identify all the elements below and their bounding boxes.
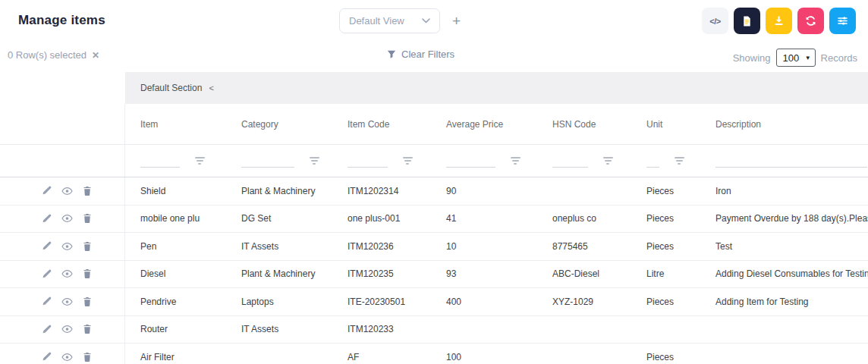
cell-category (226, 344, 332, 364)
delete-button[interactable] (83, 213, 92, 224)
cell-hsn-code: ABC-Diesel (537, 261, 631, 288)
section-band: Default Section < (125, 72, 868, 104)
cell-average-price: 93 (431, 261, 537, 288)
delete-button[interactable] (83, 186, 92, 196)
filter-input-item-code[interactable] (348, 154, 388, 168)
filter-menu-icon[interactable] (511, 155, 520, 166)
edit-button[interactable] (42, 325, 52, 334)
cell-item: Pendrive (125, 288, 226, 315)
filter-input-category[interactable] (241, 154, 294, 168)
cell-category: IT Assets (226, 316, 332, 344)
section-collapse-icon[interactable]: < (209, 83, 213, 93)
page-size-select-wrap: 100 ▼ (776, 49, 816, 67)
cell-unit: Pieces (631, 288, 700, 315)
top-bar: Manage items Default View + </> (0, 0, 868, 42)
cell-item-code: ITE-20230501 (332, 288, 431, 315)
refresh-button[interactable] (797, 8, 824, 34)
cell-category: IT Assets (226, 233, 332, 260)
delete-button[interactable] (83, 268, 92, 279)
page-size-select[interactable]: 100 (777, 50, 815, 65)
column-header-average-price[interactable]: Average Price (431, 104, 537, 144)
table-row: mobile one plu DG Set one plus-001 41 on… (0, 206, 868, 234)
edit-button[interactable] (42, 214, 52, 224)
edit-button[interactable] (42, 186, 52, 196)
download-button[interactable] (766, 8, 792, 34)
view-button[interactable] (61, 325, 73, 334)
filter-input-item[interactable] (140, 154, 180, 168)
filter-cell-average-price (431, 145, 537, 177)
cell-average-price (431, 316, 537, 344)
edit-button[interactable] (42, 297, 52, 306)
delete-button[interactable] (83, 324, 92, 334)
cell-category: DG Set (226, 206, 332, 233)
table-row: Pen IT Assets ITM120236 10 8775465 Piece… (0, 233, 868, 261)
column-header-description[interactable]: Description (700, 104, 868, 144)
filter-menu-icon[interactable] (403, 155, 413, 166)
chevron-down-icon (422, 18, 430, 24)
view-button[interactable] (61, 353, 73, 362)
filter-menu-icon[interactable] (195, 155, 205, 166)
edit-button[interactable] (42, 241, 52, 251)
download-icon (773, 15, 785, 27)
view-button[interactable] (61, 297, 73, 306)
cell-description: Test (700, 233, 868, 260)
filter-cell-description (700, 145, 868, 177)
funnel-icon (387, 50, 396, 59)
column-settings-button[interactable] (829, 8, 856, 34)
filter-input-unit[interactable] (646, 154, 659, 168)
filter-menu-icon[interactable] (675, 155, 684, 166)
column-header-item[interactable]: Item (125, 104, 226, 144)
cell-average-price: 10 (431, 233, 537, 260)
filter-menu-icon[interactable] (603, 155, 613, 166)
view-selector-dropdown[interactable]: Default View (339, 8, 440, 33)
clear-selection-icon[interactable]: ✕ (92, 50, 99, 61)
filter-menu-icon[interactable] (310, 155, 319, 166)
column-header-category[interactable]: Category (226, 104, 332, 144)
row-actions (0, 206, 125, 233)
cell-category: Laptops (226, 288, 332, 315)
cell-description: Payment Overdue by 188 day(s).Please p (700, 206, 868, 233)
page-title: Manage items (18, 13, 105, 28)
export-document-button[interactable] (734, 8, 760, 34)
cell-description: Adding Item for Testing (700, 288, 868, 315)
filter-input-average-price[interactable] (446, 154, 495, 168)
filter-cell-item (125, 145, 226, 177)
records-per-page: Showing 100 ▼ Records (733, 49, 857, 67)
cell-average-price: 41 (431, 206, 537, 233)
row-actions (0, 261, 125, 288)
cell-item-code: one plus-001 (332, 206, 431, 233)
filter-cell-hsn-code (537, 145, 631, 177)
edit-button[interactable] (42, 352, 52, 362)
cell-item: Shield (125, 177, 226, 205)
table-body: Shield Plant & Machinery ITM1202314 90 P… (0, 177, 868, 364)
view-button[interactable] (61, 214, 73, 223)
add-view-button[interactable]: + (452, 14, 461, 28)
view-button[interactable] (61, 187, 73, 196)
clear-filters-button[interactable]: Clear Filters (387, 49, 454, 60)
row-actions (0, 316, 125, 344)
filter-input-description[interactable] (715, 154, 867, 168)
view-button[interactable] (61, 269, 73, 278)
filter-input-hsn-code[interactable] (552, 154, 588, 168)
filter-left-spacer (0, 145, 125, 177)
edit-button[interactable] (42, 269, 52, 279)
delete-button[interactable] (83, 352, 92, 362)
cell-description (700, 344, 868, 364)
cell-average-price: 400 (431, 288, 537, 315)
cell-average-price: 90 (431, 177, 537, 205)
filter-cell-unit (631, 145, 700, 177)
view-selector-group: Default View + (339, 8, 461, 33)
delete-button[interactable] (83, 297, 92, 307)
code-view-button[interactable]: </> (702, 8, 728, 34)
cell-unit: Pieces (631, 344, 700, 364)
column-header-row: Item Category Item Code Average Price HS… (0, 104, 868, 145)
column-header-hsn-code[interactable]: HSN Code (537, 104, 631, 144)
view-selector-value: Default View (349, 15, 404, 27)
delete-button[interactable] (83, 241, 92, 252)
column-header-unit[interactable]: Unit (631, 104, 700, 144)
rows-selected-status: 0 Row(s) selected ✕ (8, 49, 99, 61)
cell-unit: Litre (631, 261, 700, 288)
column-header-item-code[interactable]: Item Code (332, 104, 431, 144)
filter-cell-item-code (332, 145, 431, 177)
view-button[interactable] (61, 242, 73, 251)
